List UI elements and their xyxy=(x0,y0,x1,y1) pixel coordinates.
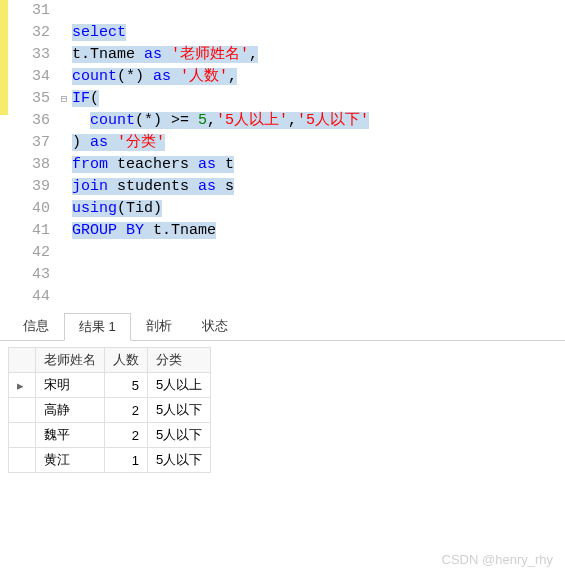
code-content[interactable]: using(Tid) xyxy=(72,198,565,220)
line-number: 37 xyxy=(0,132,56,154)
table-cell[interactable]: 5 xyxy=(105,373,148,398)
table-row[interactable]: ▸宋明55人以上 xyxy=(9,373,211,398)
row-indicator: ▸ xyxy=(9,373,36,398)
fold-toggle[interactable]: ⊟ xyxy=(56,88,72,110)
line-number: 34 xyxy=(0,66,56,88)
tab-状态[interactable]: 状态 xyxy=(187,312,243,340)
code-content[interactable]: count(*) >= 5,'5人以上','5人以下' xyxy=(72,110,565,132)
table-cell[interactable]: 黄江 xyxy=(36,448,105,473)
table-cell[interactable]: 魏平 xyxy=(36,423,105,448)
tab-剖析[interactable]: 剖析 xyxy=(131,312,187,340)
code-line[interactable]: 38from teachers as t xyxy=(0,154,565,176)
line-number: 40 xyxy=(0,198,56,220)
line-number: 33 xyxy=(0,44,56,66)
tab-信息[interactable]: 信息 xyxy=(8,312,64,340)
line-number: 32 xyxy=(0,22,56,44)
code-line[interactable]: 36 count(*) >= 5,'5人以上','5人以下' xyxy=(0,110,565,132)
table-cell[interactable]: 2 xyxy=(105,398,148,423)
line-number: 38 xyxy=(0,154,56,176)
table-cell[interactable]: 5人以下 xyxy=(148,423,211,448)
line-number: 44 xyxy=(0,286,56,308)
code-content[interactable]: join students as s xyxy=(72,176,565,198)
line-number: 35 xyxy=(0,88,56,110)
code-line[interactable]: 42 xyxy=(0,242,565,264)
line-number: 36 xyxy=(0,110,56,132)
code-content[interactable]: IF( xyxy=(72,88,565,110)
code-content[interactable]: from teachers as t xyxy=(72,154,565,176)
code-content[interactable]: GROUP BY t.Tname xyxy=(72,220,565,242)
line-number: 43 xyxy=(0,264,56,286)
column-header[interactable]: 老师姓名 xyxy=(36,348,105,373)
code-line[interactable]: 41GROUP BY t.Tname xyxy=(0,220,565,242)
code-content[interactable]: ) as '分类' xyxy=(72,132,565,154)
row-indicator-header xyxy=(9,348,36,373)
column-header[interactable]: 分类 xyxy=(148,348,211,373)
results-table[interactable]: 老师姓名人数分类 ▸宋明55人以上高静25人以下魏平25人以下黄江15人以下 xyxy=(8,347,211,473)
table-cell[interactable]: 5人以上 xyxy=(148,373,211,398)
tab-结果 1[interactable]: 结果 1 xyxy=(64,313,131,341)
code-content[interactable]: count(*) as '人数', xyxy=(72,66,565,88)
table-cell[interactable]: 5人以下 xyxy=(148,398,211,423)
line-number: 42 xyxy=(0,242,56,264)
result-tabs: 信息结果 1剖析状态 xyxy=(0,312,565,341)
code-line[interactable]: 43 xyxy=(0,264,565,286)
table-cell[interactable]: 2 xyxy=(105,423,148,448)
code-line[interactable]: 32select xyxy=(0,22,565,44)
row-indicator xyxy=(9,398,36,423)
code-editor[interactable]: 3132select33t.Tname as '老师姓名',34count(*)… xyxy=(0,0,565,308)
line-number: 41 xyxy=(0,220,56,242)
code-line[interactable]: 34count(*) as '人数', xyxy=(0,66,565,88)
code-line[interactable]: 35⊟IF( xyxy=(0,88,565,110)
code-line[interactable]: 40using(Tid) xyxy=(0,198,565,220)
code-line[interactable]: 44 xyxy=(0,286,565,308)
code-line[interactable]: 39join students as s xyxy=(0,176,565,198)
code-content[interactable]: select xyxy=(72,22,565,44)
row-indicator xyxy=(9,423,36,448)
line-number: 39 xyxy=(0,176,56,198)
code-content[interactable]: t.Tname as '老师姓名', xyxy=(72,44,565,66)
code-line[interactable]: 31 xyxy=(0,0,565,22)
table-row[interactable]: 黄江15人以下 xyxy=(9,448,211,473)
code-line[interactable]: 33t.Tname as '老师姓名', xyxy=(0,44,565,66)
change-marker xyxy=(0,0,8,115)
table-cell[interactable]: 高静 xyxy=(36,398,105,423)
table-cell[interactable]: 5人以下 xyxy=(148,448,211,473)
table-row[interactable]: 魏平25人以下 xyxy=(9,423,211,448)
line-number: 31 xyxy=(0,0,56,22)
table-cell[interactable]: 1 xyxy=(105,448,148,473)
table-row[interactable]: 高静25人以下 xyxy=(9,398,211,423)
row-indicator xyxy=(9,448,36,473)
column-header[interactable]: 人数 xyxy=(105,348,148,373)
code-line[interactable]: 37) as '分类' xyxy=(0,132,565,154)
table-cell[interactable]: 宋明 xyxy=(36,373,105,398)
watermark: CSDN @henry_rhy xyxy=(442,552,553,567)
